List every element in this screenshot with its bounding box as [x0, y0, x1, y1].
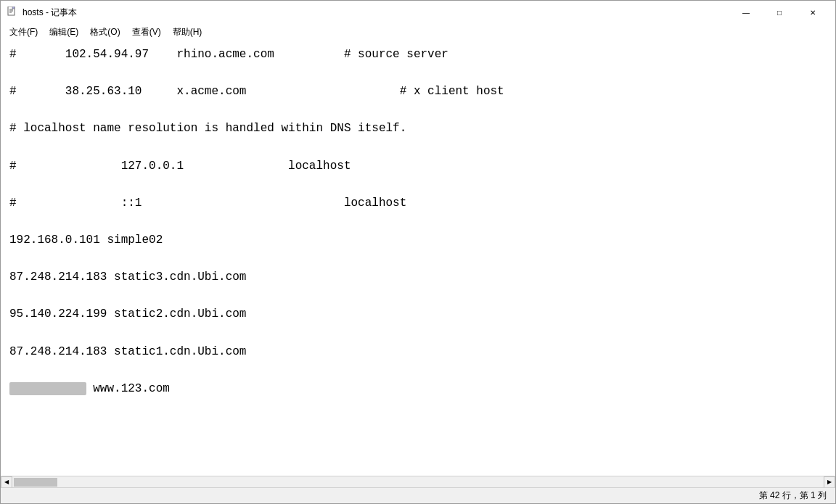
menu-edit[interactable]: 编辑(E) — [44, 25, 84, 40]
maximize-button[interactable]: □ — [763, 1, 796, 24]
menu-help[interactable]: 帮助(H) — [167, 25, 208, 40]
title-bar-left: hosts - 记事本 — [7, 7, 77, 19]
window-title: hosts - 记事本 — [22, 7, 77, 19]
title-bar: hosts - 记事本 — □ ✕ — [1, 1, 835, 24]
minimize-button[interactable]: — — [729, 1, 763, 24]
editor-text[interactable]: # 102.54.94.97 rhino.acme.com # source s… — [1, 40, 835, 404]
horizontal-scrollbar: ◀ ▶ — [1, 476, 835, 487]
status-bar: 第 42 行，第 1 列 — [1, 487, 835, 503]
scroll-right-button[interactable]: ▶ — [824, 476, 835, 488]
menu-format[interactable]: 格式(O) — [84, 25, 126, 40]
editor-content[interactable]: # 102.54.94.97 rhino.acme.com # source s… — [1, 40, 835, 476]
editor-container: # 102.54.94.97 rhino.acme.com # source s… — [1, 40, 835, 487]
title-bar-controls: — □ ✕ — [729, 1, 829, 24]
scroll-thumb[interactable] — [14, 478, 57, 487]
app-icon — [7, 7, 18, 18]
status-text: 第 42 行，第 1 列 — [759, 489, 827, 502]
close-button[interactable]: ✕ — [796, 1, 829, 24]
menu-file[interactable]: 文件(F) — [4, 25, 44, 40]
scroll-left-button[interactable]: ◀ — [1, 476, 12, 488]
notepad-window: hosts - 记事本 — □ ✕ 文件(F) 编辑(E) 格式(O) 查看(V… — [0, 0, 836, 504]
menu-bar: 文件(F) 编辑(E) 格式(O) 查看(V) 帮助(H) — [1, 24, 835, 40]
menu-view[interactable]: 查看(V) — [126, 25, 167, 40]
svg-rect-1 — [12, 7, 15, 9]
scroll-track[interactable] — [12, 476, 824, 487]
editor-scroll-area: # 102.54.94.97 rhino.acme.com # source s… — [1, 40, 835, 476]
